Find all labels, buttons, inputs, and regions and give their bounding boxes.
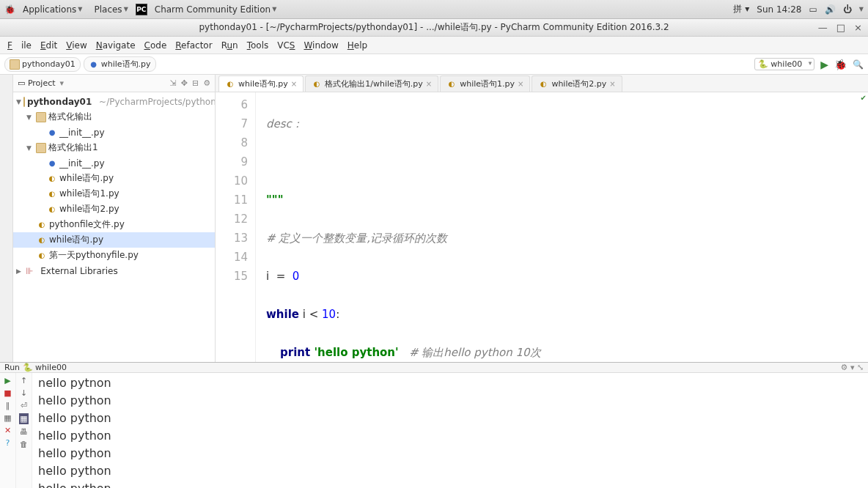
volume-icon[interactable]: 🔊 <box>825 4 836 15</box>
filter-icon[interactable]: ▦ <box>19 413 28 424</box>
close-icon[interactable]: ✕ <box>4 426 11 435</box>
stop-icon[interactable]: ■ <box>4 388 11 398</box>
tree-file[interactable]: __init__.py <box>13 125 215 140</box>
tree-dir[interactable]: ▼格式化输出1 <box>13 140 215 155</box>
help-icon[interactable]: ? <box>6 438 10 448</box>
window-close[interactable]: × <box>854 22 862 33</box>
display-icon[interactable]: ▭ <box>809 4 817 15</box>
applications-menu[interactable]: Applications ▼ <box>18 3 87 16</box>
project-tree: ▼pythonday01 ~/PycharmProjects/pythonday… <box>13 92 215 362</box>
ok-marker: ✔ <box>861 94 867 102</box>
menu-tools[interactable]: Tools <box>243 38 273 53</box>
tree-file[interactable]: 第一天pythonyfile.py <box>13 248 215 263</box>
close-icon[interactable]: × <box>518 80 523 88</box>
close-icon[interactable]: × <box>291 80 297 88</box>
gutter: 6789101112131415 <box>216 92 256 362</box>
print-icon[interactable]: 🖶 <box>20 427 28 437</box>
tree-file[interactable]: pythonfile文件.py <box>13 217 215 232</box>
menu-help[interactable]: Help <box>343 38 372 53</box>
editor: while语句.py× 格式化输出1/while语句.py× while语句1.… <box>216 75 868 362</box>
menu-view[interactable]: View <box>62 38 91 53</box>
tree-file-selected[interactable]: while语句.py <box>13 232 215 248</box>
system-topbar: 🐞 Applications ▼ Places ▼ PC Charm Commu… <box>0 0 868 19</box>
tab[interactable]: while语句1.py× <box>440 75 530 92</box>
trash-icon[interactable]: 🗑 <box>20 440 28 449</box>
run-tools-left: ▶ ■ ‖ ▦ ✕ ? <box>0 373 16 488</box>
collapse-icon[interactable]: ⇲ <box>169 78 176 88</box>
breadcrumb-project[interactable]: pythonday01 <box>4 57 81 72</box>
close-icon[interactable]: × <box>426 80 432 88</box>
activities-icon: 🐞 <box>4 4 15 15</box>
down-icon[interactable]: ↓ <box>21 388 27 398</box>
up-icon[interactable]: ↑ <box>21 376 27 385</box>
app-menu[interactable]: Charm Community Edition ▼ <box>150 3 282 16</box>
layout-icon[interactable]: ▦ <box>4 413 11 423</box>
editor-tabs: while语句.py× 格式化输出1/while语句.py× while语句1.… <box>216 75 868 92</box>
wrap-icon[interactable]: ⏎ <box>21 401 27 410</box>
main-area: ▭ Project▾ ⇲ ✥ ⊟ ⚙ ▼pythonday01 ~/Pychar… <box>0 75 868 362</box>
tab[interactable]: while语句2.py× <box>532 75 622 92</box>
menu-file[interactable]: File <box>3 38 36 53</box>
window-minimize[interactable]: — <box>818 22 828 33</box>
clock[interactable]: Sun 14:28 <box>757 4 801 15</box>
hide-icon[interactable]: ⊟ <box>192 78 199 88</box>
run-config-combo[interactable]: 🐍 while00 <box>754 58 814 70</box>
side-tab-structure[interactable] <box>0 75 13 362</box>
pause-icon[interactable]: ‖ <box>6 401 10 410</box>
rerun-icon[interactable]: ▶ <box>4 376 10 385</box>
run-button[interactable]: ▶ <box>820 59 828 70</box>
system-menu-arrow[interactable]: ▼ <box>859 6 864 12</box>
menu-code[interactable]: Code <box>140 38 172 53</box>
tree-file[interactable]: __init__.py <box>13 155 215 171</box>
tree-dir[interactable]: ▼格式化输出 <box>13 109 215 125</box>
tree-file[interactable]: while语句.py <box>13 171 215 186</box>
places-menu[interactable]: Places ▼ <box>89 3 132 16</box>
tree-file[interactable]: while语句1.py <box>13 186 215 202</box>
search-icon[interactable]: 🔍 <box>853 59 864 70</box>
project-pane: ▭ Project▾ ⇲ ✥ ⊟ ⚙ ▼pythonday01 ~/Pychar… <box>13 75 216 362</box>
power-icon[interactable]: ⏻ <box>843 4 852 15</box>
run-tools-right: ↑ ↓ ⏎ ▦ 🖶 🗑 <box>16 373 32 488</box>
gear-icon[interactable]: ⚙ ▾ ⤡ <box>841 363 864 372</box>
breadcrumb-file[interactable]: while语句.py <box>84 56 156 72</box>
menu-window[interactable]: Window <box>299 38 342 53</box>
menu-refactor[interactable]: Refactor <box>171 38 216 53</box>
input-method-icon[interactable]: 拼 ▾ <box>733 3 749 15</box>
tree-file[interactable]: while语句2.py <box>13 202 215 217</box>
tree-root[interactable]: ▼pythonday01 ~/PycharmProjects/pythonday <box>13 94 215 109</box>
run-header: Run 🐍 while00 ⚙ ▾ ⤡ <box>0 363 868 373</box>
tab-active[interactable]: while语句.py× <box>218 75 304 92</box>
project-header: ▭ Project▾ ⇲ ✥ ⊟ ⚙ <box>13 75 215 92</box>
settings-icon[interactable]: ✥ <box>181 78 188 88</box>
tree-ext-libs[interactable]: ▶⊪ External Libraries <box>13 263 215 278</box>
menu-navigate[interactable]: Navigate <box>92 38 140 53</box>
navigation-bar: pythonday01 while语句.py 🐍 while00 ▶ 🐞 🔍 <box>0 54 868 75</box>
menu-run[interactable]: Run <box>217 38 243 53</box>
menu-edit[interactable]: Edit <box>36 38 62 53</box>
run-output[interactable]: nello pytnon hello python hello python h… <box>32 373 868 488</box>
window-title: pythonday01 - [~/PycharmProjects/pythond… <box>199 21 669 34</box>
code-body[interactable]: desc： """ # 定义一个整数变量,记录循环的次数 i = 0 while… <box>256 92 868 362</box>
menubar: File Edit View Navigate Code Refactor Ru… <box>0 37 868 54</box>
gear-icon[interactable]: ⚙ <box>203 78 210 88</box>
pycharm-icon: PC <box>136 4 147 15</box>
tab[interactable]: 格式化输出1/while语句.py× <box>305 75 438 92</box>
window-titlebar: pythonday01 - [~/PycharmProjects/pythond… <box>0 19 868 37</box>
close-icon[interactable]: × <box>609 80 615 88</box>
menu-vcs[interactable]: VCS <box>273 38 299 53</box>
window-maximize[interactable]: □ <box>836 22 845 33</box>
run-panel: Run 🐍 while00 ⚙ ▾ ⤡ ▶ ■ ‖ ▦ ✕ ? ↑ ↓ ⏎ ▦ … <box>0 362 868 488</box>
debug-button[interactable]: 🐞 <box>834 59 847 70</box>
code-area[interactable]: ✔ 6789101112131415 desc： """ # 定义一个整数变量,… <box>216 92 868 362</box>
